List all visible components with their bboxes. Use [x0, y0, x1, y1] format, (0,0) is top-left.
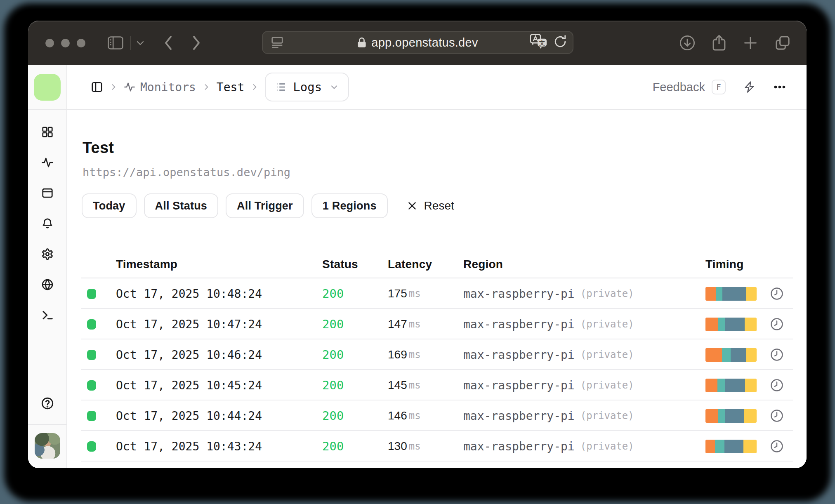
status-ok-square	[87, 289, 96, 299]
timing-bar[interactable]	[705, 440, 757, 453]
reload-icon[interactable]	[554, 35, 567, 50]
timing-bar[interactable]	[705, 348, 757, 362]
breadcrumb-test[interactable]: Test	[217, 80, 244, 94]
traffic-lights	[28, 39, 85, 47]
tab-overview-icon[interactable]	[775, 35, 790, 51]
timing-transfer-segment	[743, 440, 757, 453]
feedback-link[interactable]: Feedback	[653, 80, 705, 94]
col-latency: Latency	[388, 258, 432, 271]
log-row[interactable]: Oct 17, 2025 10:45:24 200 145ms max-rasp…	[81, 370, 793, 400]
status-ok-square	[87, 411, 96, 421]
log-region-note: (private)	[580, 379, 634, 391]
log-timestamp: Oct 17, 2025 10:47:24	[116, 309, 262, 339]
filter-trigger-button[interactable]: All Trigger	[226, 193, 304, 218]
clock-icon	[770, 370, 784, 400]
minimize-window-button[interactable]	[61, 39, 70, 47]
app-header: Monitors Test Logs	[67, 65, 807, 110]
log-region: max-raspberry-pi	[463, 440, 575, 453]
status-pages-icon[interactable]	[41, 187, 54, 199]
cli-terminal-icon[interactable]	[41, 309, 54, 321]
log-region: max-raspberry-pi	[463, 287, 575, 301]
timing-bar[interactable]	[705, 318, 757, 331]
log-region-note: (private)	[580, 288, 634, 299]
timing-dns-segment	[705, 287, 716, 301]
monitors-activity-icon[interactable]	[41, 156, 54, 169]
timing-bar[interactable]	[705, 409, 757, 423]
log-latency-unit: ms	[409, 288, 421, 299]
safari-sidebar-icon[interactable]	[108, 36, 123, 49]
forward-button[interactable]	[192, 35, 201, 50]
log-status-code: 200	[322, 431, 344, 462]
timing-connect-segment	[717, 379, 725, 392]
feedback-shortcut-badge: F	[712, 80, 726, 94]
toolbar-separator	[130, 36, 131, 50]
log-row[interactable]: Oct 17, 2025 10:44:24 200 146ms max-rasp…	[81, 400, 793, 431]
browser-window: app.openstatus.dev 文	[28, 21, 807, 468]
downloads-icon[interactable]	[679, 35, 695, 51]
col-timestamp: Timestamp	[116, 258, 177, 271]
new-tab-icon[interactable]	[743, 35, 758, 50]
log-row[interactable]: Oct 17, 2025 10:48:24 200 175ms max-rasp…	[81, 278, 793, 309]
panel-toggle-icon[interactable]	[91, 81, 103, 93]
reset-label: Reset	[424, 199, 454, 212]
log-status-code: 200	[322, 278, 344, 309]
command-zap-icon[interactable]	[743, 81, 755, 93]
share-icon[interactable]	[712, 35, 726, 51]
workspace-avatar[interactable]	[34, 74, 61, 101]
help-button[interactable]	[28, 397, 66, 424]
log-timestamp: Oct 17, 2025 10:44:24	[116, 400, 262, 431]
col-timing: Timing	[705, 258, 743, 271]
regions-globe-icon[interactable]	[41, 278, 54, 291]
filter-status-button[interactable]: All Status	[144, 193, 219, 218]
clock-icon	[770, 309, 784, 339]
filter-bar: Today All Status All Trigger 1 Regions R…	[82, 193, 807, 218]
notifications-bell-icon[interactable]	[41, 217, 54, 230]
log-region-note: (private)	[580, 318, 634, 330]
translate-icon[interactable]: 文	[530, 34, 548, 51]
timing-dns-segment	[705, 440, 715, 453]
zoom-window-button[interactable]	[77, 39, 85, 47]
log-latency-unit: ms	[409, 379, 421, 391]
back-button[interactable]	[164, 35, 173, 50]
status-ok-square	[87, 350, 96, 360]
log-row[interactable]: Oct 17, 2025 10:43:24 200 130ms max-rasp…	[81, 431, 793, 462]
timing-bar[interactable]	[705, 287, 757, 301]
log-region-note: (private)	[580, 349, 634, 360]
log-status-code: 200	[322, 400, 344, 431]
close-window-button[interactable]	[45, 39, 54, 47]
user-avatar[interactable]	[35, 433, 60, 459]
view-switcher-logs[interactable]: Logs	[265, 73, 349, 101]
timing-bar[interactable]	[705, 379, 757, 392]
log-region: max-raspberry-pi	[463, 348, 575, 362]
timing-dns-segment	[705, 318, 718, 331]
log-status-code: 200	[322, 309, 344, 339]
sidebar-chevron-icon[interactable]	[137, 40, 144, 45]
col-region: Region	[463, 258, 503, 271]
timing-transfer-segment	[746, 348, 757, 362]
clock-icon	[770, 400, 784, 431]
log-region: max-raspberry-pi	[463, 379, 575, 392]
log-timestamp: Oct 17, 2025 10:43:24	[116, 431, 262, 462]
log-region-note: (private)	[580, 440, 634, 452]
settings-gear-icon[interactable]	[41, 248, 54, 260]
chevron-right-icon	[250, 83, 259, 91]
timing-transfer-segment	[746, 287, 757, 301]
log-status-code: 200	[322, 339, 344, 370]
log-row[interactable]: Oct 17, 2025 10:46:24 200 169ms max-rasp…	[81, 339, 793, 370]
timing-ttfb-segment	[722, 287, 746, 301]
reset-filters-button[interactable]: Reset	[407, 199, 454, 212]
log-row[interactable]: Oct 17, 2025 10:47:24 200 147ms max-rasp…	[81, 309, 793, 339]
timing-transfer-segment	[744, 409, 757, 423]
url-text[interactable]: app.openstatus.dev	[371, 36, 478, 49]
more-options-icon[interactable]	[774, 85, 786, 89]
dashboard-grid-icon[interactable]	[41, 126, 54, 138]
status-ok-square	[87, 380, 96, 391]
address-bar[interactable]: app.openstatus.dev 文	[262, 31, 573, 54]
breadcrumb-monitors[interactable]: Monitors	[140, 80, 196, 94]
page-title: Test	[83, 139, 807, 157]
log-region: max-raspberry-pi	[463, 318, 575, 331]
log-region: max-raspberry-pi	[463, 409, 575, 423]
lock-icon	[357, 37, 366, 48]
filter-regions-button[interactable]: 1 Regions	[311, 193, 388, 218]
filter-period-button[interactable]: Today	[82, 193, 137, 218]
